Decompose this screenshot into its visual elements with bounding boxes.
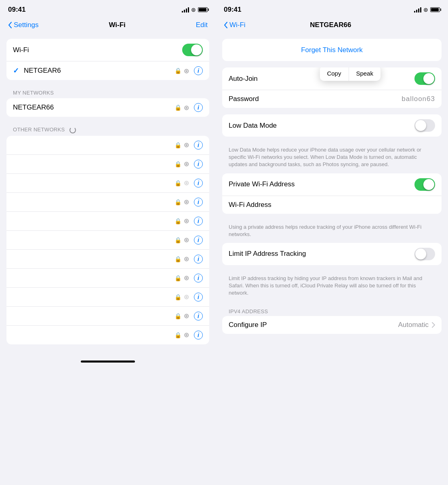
battery-icon [198,7,208,12]
wifi-signal-icon: ⊛ [184,217,189,225]
other-network-name-2 [13,183,175,183]
other-network-icons-7: 🔒 ⊛ [175,274,191,282]
connected-network-row[interactable]: ✓ NETGEAR6 🔒 ⊛ i [6,61,209,80]
other-network-name-8 [13,297,175,297]
limit-ip-tracking-description: Limit IP address tracking by hiding your… [222,272,442,302]
chevron-right-icon [432,322,435,328]
my-network-name-0: NETGEAR66 [13,103,175,112]
other-network-name-6 [13,259,175,259]
other-network-row-6[interactable]: 🔒 ⊛ i [6,250,209,269]
other-network-icons-8: 🔒 ⊛ [175,293,191,301]
copy-speak-popover: Copy Speak [320,67,381,81]
home-bar [81,361,135,363]
other-network-info-button-0[interactable]: i [194,141,203,150]
configure-ip-row[interactable]: Configure IP Automatic [222,316,442,334]
left-status-icons: ⊛ [182,6,208,13]
other-network-icons-5: 🔒 ⊛ [175,236,191,244]
low-data-mode-card: Low Data Mode [222,114,442,137]
other-network-row-10[interactable]: 🔒 ⊛ i [6,326,209,344]
other-network-icons-2: 🔒 ⊛ [175,179,191,187]
other-network-info-button-6[interactable]: i [194,255,203,264]
other-network-row-1[interactable]: 🔒 ⊛ i [6,155,209,174]
other-network-row-4[interactable]: 🔒 ⊛ i [6,212,209,231]
low-data-mode-toggle[interactable] [414,119,435,132]
ipv4-section-header: IPV4 ADDRESS [222,302,442,316]
loading-spinner [69,127,76,133]
wifi-toggle-row: Wi-Fi [6,39,209,61]
other-network-info-button-1[interactable]: i [194,160,203,169]
other-network-row-9[interactable]: 🔒 ⊛ i [6,307,209,326]
my-network-info-button-0[interactable]: i [194,103,203,112]
wifi-signal-icon: ⊛ [184,198,189,206]
other-network-row-3[interactable]: 🔒 ⊛ i [6,193,209,212]
lock-icon: 🔒 [175,275,181,281]
private-wifi-toggle[interactable] [414,178,435,191]
left-nav-title: Wi-Fi [109,21,125,29]
wifi-toggle[interactable] [182,44,203,56]
wifi-back-label: Wi-Fi [229,21,246,29]
right-status-bar: 09:41 ⊛ [216,0,448,18]
configure-ip-value: Automatic [398,321,429,329]
other-network-icons-3: 🔒 ⊛ [175,198,191,206]
right-time: 09:41 [224,6,241,14]
other-network-info-button-3[interactable]: i [194,198,203,207]
left-content: Wi-Fi ✓ NETGEAR6 🔒 ⊛ i MY NETWORKS NETGE… [0,36,216,354]
wifi-signal-icon: ⊛ [184,255,189,263]
wifi-signal-icon: ⊛ [184,293,189,301]
edit-button[interactable]: Edit [196,21,208,29]
lock-icon: 🔒 [175,332,181,338]
limit-ip-tracking-label: Limit IP Address Tracking [229,250,414,258]
other-network-info-button-5[interactable]: i [194,236,203,245]
private-wifi-card: Private Wi-Fi Address Wi-Fi Address [222,173,442,214]
copy-button[interactable]: Copy [320,67,349,81]
other-network-name-10 [13,335,175,335]
other-network-info-button-4[interactable]: i [194,217,203,226]
other-network-row-7[interactable]: 🔒 ⊛ i [6,269,209,288]
forget-network-row[interactable]: Forget This Network [222,39,442,61]
low-data-mode-label: Low Data Mode [229,122,414,130]
wifi-signal-icon: ⊛ [184,141,189,149]
connected-network-info-button[interactable]: i [194,66,203,75]
other-network-info-button-7[interactable]: i [194,274,203,283]
password-row[interactable]: Password balloon63 [222,90,442,108]
other-network-name-5 [13,240,175,240]
other-network-info-button-10[interactable]: i [194,331,203,340]
wifi-address-description: Using a private address helps reduce tra… [222,220,442,243]
other-network-row-5[interactable]: 🔒 ⊛ i [6,231,209,250]
low-data-mode-row: Low Data Mode [222,114,442,137]
other-network-row-0[interactable]: 🔒 ⊛ i [6,136,209,155]
other-network-icons-1: 🔒 ⊛ [175,160,191,168]
other-network-info-button-2[interactable]: i [194,179,203,188]
lock-icon: 🔒 [175,256,181,262]
private-wifi-label: Private Wi-Fi Address [229,180,414,188]
other-network-name-9 [13,316,175,316]
left-nav-bar: Settings Wi-Fi Edit [0,18,216,36]
auto-join-toggle[interactable] [414,72,435,85]
other-network-name-3 [13,202,175,202]
limit-ip-tracking-toggle[interactable] [414,248,435,260]
wifi-back-button[interactable]: Wi-Fi [224,21,246,29]
right-signal-icon [414,7,421,13]
checkmark-icon: ✓ [13,66,19,75]
connected-network-name: NETGEAR6 [24,67,175,75]
wifi-icon: ⊛ [191,6,196,13]
other-network-info-button-8[interactable]: i [194,293,203,302]
forget-network-card: Forget This Network [222,39,442,61]
other-network-row-2[interactable]: 🔒 ⊛ i [6,174,209,193]
wifi-address-row: Wi-Fi Address [222,196,442,214]
wifi-signal-icon: ⊛ [184,179,189,187]
wifi-signal-icon: ⊛ [184,104,189,112]
forget-network-label: Forget This Network [301,46,363,54]
lock-icon: 🔒 [175,142,181,148]
speak-button[interactable]: Speak [349,67,381,81]
my-networks-card: NETGEAR66 🔒 ⊛ i [6,98,209,117]
lock-icon: 🔒 [175,218,181,224]
other-network-row-8[interactable]: 🔒 ⊛ i [6,288,209,307]
other-network-info-button-9[interactable]: i [194,312,203,321]
lock-icon: 🔒 [175,104,181,111]
settings-back-button[interactable]: Settings [8,21,38,29]
right-panel: 09:41 ⊛ Wi-Fi NETGEAR66 [216,0,448,485]
right-status-icons: ⊛ [414,6,440,13]
password-value: balloon63 [402,95,435,103]
my-network-row-0[interactable]: NETGEAR66 🔒 ⊛ i [6,98,209,117]
